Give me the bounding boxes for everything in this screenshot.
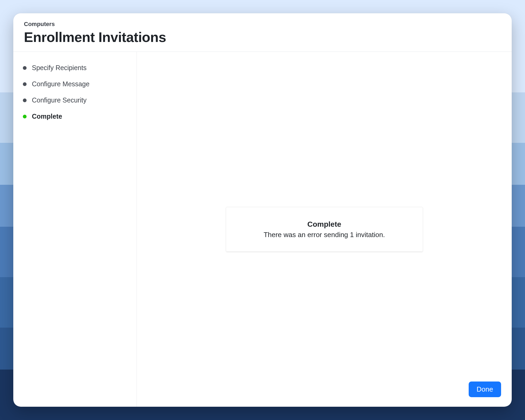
sheet-footer: Done xyxy=(469,382,501,397)
sheet-body: Specify Recipients Configure Message Con… xyxy=(13,52,512,407)
step-label: Configure Security xyxy=(32,96,87,104)
sheet-header: Computers Enrollment Invitations xyxy=(13,13,512,52)
wizard-sidebar: Specify Recipients Configure Message Con… xyxy=(13,52,137,407)
step-label: Complete xyxy=(32,113,62,120)
step-complete[interactable]: Complete xyxy=(23,113,127,120)
step-dot-active-icon xyxy=(23,115,27,118)
step-specify-recipients[interactable]: Specify Recipients xyxy=(23,64,127,72)
modal-sheet: Computers Enrollment Invitations Specify… xyxy=(13,13,512,407)
done-button[interactable]: Done xyxy=(469,382,501,397)
step-dot-icon xyxy=(23,82,27,86)
step-list: Specify Recipients Configure Message Con… xyxy=(23,64,127,120)
step-label: Specify Recipients xyxy=(32,64,87,72)
status-message: There was an error sending 1 invitation. xyxy=(237,230,412,239)
step-configure-message[interactable]: Configure Message xyxy=(23,80,127,88)
step-dot-icon xyxy=(23,98,27,102)
step-label: Configure Message xyxy=(32,80,90,88)
step-configure-security[interactable]: Configure Security xyxy=(23,96,127,104)
page-title: Enrollment Invitations xyxy=(24,29,501,45)
step-dot-icon xyxy=(23,66,27,70)
breadcrumb[interactable]: Computers xyxy=(24,21,501,28)
status-card: Complete There was an error sending 1 in… xyxy=(226,207,423,251)
main-pane: Complete There was an error sending 1 in… xyxy=(137,52,512,407)
status-title: Complete xyxy=(237,220,412,228)
